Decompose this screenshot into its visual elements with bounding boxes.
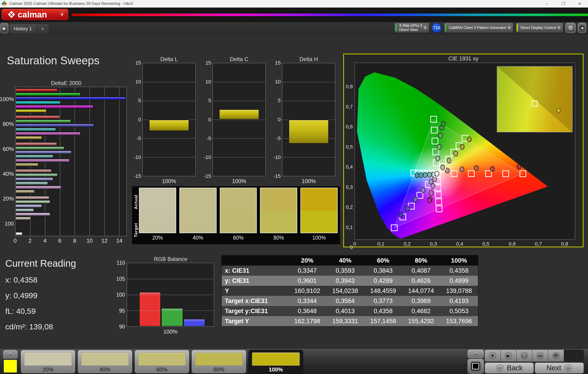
plot [142,63,196,176]
stop-button[interactable]: ■ [485,350,501,362]
rgb-balance-chart: RGB Balance 1101051009590 100% [114,256,215,335]
calman-app-window: Calman 2025 Calman Ultimate for Business… [0,0,588,374]
current-reading: Current Reading x: 0,4358 y: 0,4999 fL: … [5,258,76,338]
deltae-bar [15,159,70,162]
rainbow-accent-strip [72,13,588,16]
deltae-bar [15,142,57,146]
reading-fl: fL: 40,59 [5,307,76,316]
calman-wordmark: calman [18,10,47,19]
cie-x-axis-labels: 00,10,20,30,40,50,60,70,8 [355,240,575,247]
gridline [143,157,195,157]
stop-square-icon [471,362,480,371]
deltae-bar [15,128,56,131]
main-content: Saturation Sweeps DeltaE 2000 100%80%60%… [0,34,588,349]
current-pattern-preview[interactable] [4,360,17,373]
blue-bar [184,319,205,326]
cie-measured-point [437,145,441,150]
red-bar [139,292,161,326]
pattern-label: 80% [195,366,243,373]
swatch-label: 60% [220,233,257,242]
pattern-button-20%[interactable]: 20% [21,350,75,373]
delta-c-chart: Delta C151050-5-10-15100% [203,56,266,184]
close-button[interactable]: ✕ [571,0,588,7]
settings-button[interactable]: ⚙ [566,23,576,33]
target-swatch [139,210,176,233]
cie-measured-point [435,171,439,176]
play-button[interactable]: ▶ [501,350,516,362]
meter-name: X-Rite i1Pro 3 [399,24,422,28]
calman-menu-chevron-icon[interactable]: ▼ [58,11,66,18]
cie-measured-point [399,212,403,217]
collapse-panel-button[interactable]: ◀ [578,23,586,33]
transport-collapse-button[interactable]: ▲ [468,350,484,358]
calman-diamond-icon [7,10,16,19]
cie-measured-point [428,172,431,177]
cie-1931-panel[interactable]: CIE 1931 xy 0,80,70,60,50,40,30,20,10 00… [343,53,584,247]
cie-measured-point [441,165,445,170]
deltae-bar [15,97,126,100]
pattern-button-40%[interactable]: 40% [78,350,132,373]
cie-measured-point [431,183,435,189]
deltae-group-60% [15,141,126,168]
pattern-button-80%[interactable]: 80% [191,350,246,373]
restore-button[interactable]: ❐ [555,0,571,7]
gear-icon: ⚙ [568,25,573,31]
play-icon: ▶ [505,352,513,360]
gridline [282,101,335,101]
brand-header: calman ▼ [0,8,588,22]
measurement-count-badge[interactable]: 716 [431,23,442,33]
pattern-label: 100% [252,366,300,373]
next-chevron-icon: » [564,364,572,372]
deltae-bar [15,150,72,154]
loop-range-button[interactable]: [‥] [516,350,532,362]
calman-menu-button[interactable]: calman ▼ [1,9,68,20]
stop-measurement-button[interactable] [468,359,484,374]
tab-scroll-button[interactable]: ▶ [0,23,8,33]
minimize-button[interactable]: – [538,0,555,7]
table-row: y: CIE310,36010,39430,42890,46260,4999 [222,276,478,286]
swatch-cell-40%: 40% [179,188,217,244]
pattern-button-100%[interactable]: 100% [249,350,303,373]
window-titlebar: Calman 2025 Calman Ultimate for Business… [0,0,588,8]
pattern-collapse-button[interactable]: ▲ [3,350,17,358]
table-row: x: CIE310,33470,35930,38430,40870,4358 [222,266,478,276]
swatch-cell-80%: 80% [260,188,297,244]
cie-measured-point [454,151,458,156]
swatch-label: 40% [179,233,217,242]
deltae-bar [15,109,47,113]
actual-swatch [180,188,216,210]
x-axis-label: 100% [282,176,335,184]
next-button[interactable]: Next » [535,363,584,374]
deltae-bar [15,177,53,181]
next-label: Next [546,364,561,372]
display-control-dropdown[interactable]: Direct Display Control ▼ [516,23,563,33]
deltae-row-label: 40% [5,161,15,186]
tab-label: History 1 [14,26,32,32]
swatch-cells: 20%40%60%80%100% [139,188,338,244]
tab-history-1[interactable]: History 1 [9,24,36,34]
back-button[interactable]: « Back [485,363,534,374]
delta-bar [219,109,259,119]
cie-measured-point [428,198,431,203]
refresh-button[interactable]: ⟳ [548,350,564,362]
pattern-label: 20% [24,366,72,373]
infinity-icon: ∞ [536,352,544,360]
add-tab-button[interactable]: + [36,24,49,34]
cie-measured-point [474,166,478,171]
pattern-generator-dropdown[interactable]: CalMAN Client 3 Pattern Generator ▼ [444,23,514,33]
display-control-name: Direct Display Control [520,26,556,30]
meter-dropdown[interactable]: X-Rite i1Pro 3 Direct View ▼ [394,23,429,33]
cie-measured-point [467,137,471,142]
deltae2000-x-axis-labels: 02468101214 [15,236,127,245]
chevron-down-icon: ▼ [556,25,562,30]
target-swatch [301,210,337,233]
pattern-label: 60% [138,366,186,373]
pattern-swatch [138,353,186,366]
deltae-bar [15,146,64,150]
swatch-label: 100% [300,233,338,242]
pattern-button-60%[interactable]: 60% [135,350,189,373]
cie-measured-point [441,121,445,126]
stop-icon: ■ [489,352,497,360]
reading-x: x: 0,4358 [5,276,76,284]
continuous-button[interactable]: ∞ [532,350,548,362]
